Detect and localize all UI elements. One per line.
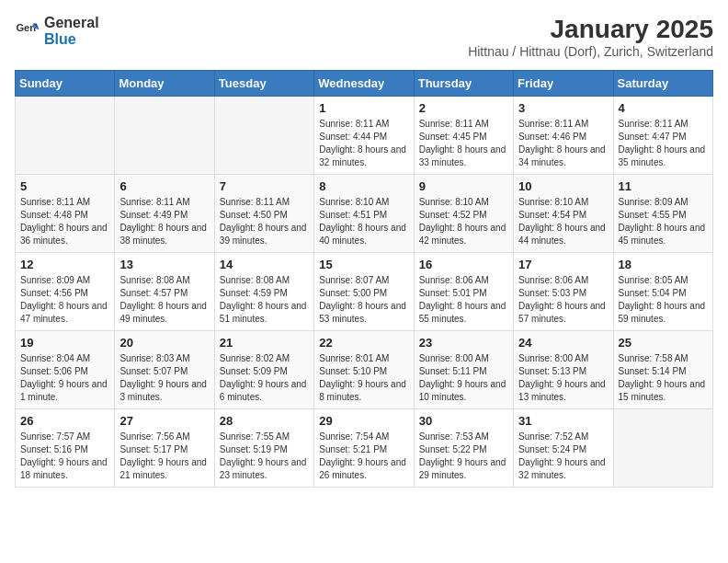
calendar-day: 17Sunrise: 8:06 AMSunset: 5:03 PMDayligh…	[514, 253, 613, 331]
calendar-day	[115, 97, 214, 175]
logo-general: General	[44, 15, 99, 30]
calendar-day: 4Sunrise: 8:11 AMSunset: 4:47 PMDaylight…	[613, 97, 712, 175]
day-number: 1	[319, 101, 408, 115]
calendar-day: 8Sunrise: 8:10 AMSunset: 4:51 PMDaylight…	[314, 175, 414, 253]
day-number: 16	[419, 258, 508, 271]
calendar-week-3: 12Sunrise: 8:09 AMSunset: 4:56 PMDayligh…	[16, 253, 713, 331]
day-number: 28	[220, 414, 309, 428]
page-header: Gen General Blue January 2025 Hittnau / …	[15, 15, 713, 59]
day-info: Sunrise: 8:08 AMSunset: 4:57 PMDaylight:…	[119, 274, 209, 326]
calendar-day: 7Sunrise: 8:11 AMSunset: 4:50 PMDaylight…	[214, 175, 313, 253]
calendar-day: 14Sunrise: 8:08 AMSunset: 4:59 PMDayligh…	[214, 253, 313, 331]
calendar-day: 31Sunrise: 7:52 AMSunset: 5:24 PMDayligh…	[514, 409, 613, 488]
logo-blue: Blue	[44, 31, 76, 47]
calendar-day: 25Sunrise: 7:58 AMSunset: 5:14 PMDayligh…	[613, 331, 712, 409]
day-number: 10	[518, 179, 608, 193]
day-info: Sunrise: 8:09 AMSunset: 4:56 PMDaylight:…	[20, 274, 109, 326]
day-info: Sunrise: 8:10 AMSunset: 4:51 PMDaylight:…	[319, 196, 408, 247]
calendar-week-2: 5Sunrise: 8:11 AMSunset: 4:48 PMDaylight…	[16, 175, 713, 253]
day-info: Sunrise: 8:11 AMSunset: 4:48 PMDaylight:…	[20, 196, 109, 247]
day-number: 15	[319, 258, 408, 271]
day-info: Sunrise: 8:06 AMSunset: 5:01 PMDaylight:…	[419, 274, 508, 326]
calendar-day: 9Sunrise: 8:10 AMSunset: 4:52 PMDaylight…	[414, 175, 513, 253]
calendar-week-1: 1Sunrise: 8:11 AMSunset: 4:44 PMDaylight…	[16, 97, 713, 175]
day-number: 9	[419, 179, 508, 193]
day-number: 30	[419, 414, 508, 428]
calendar-table: SundayMondayTuesdayWednesdayThursdayFrid…	[15, 70, 713, 488]
calendar-day: 20Sunrise: 8:03 AMSunset: 5:07 PMDayligh…	[115, 331, 214, 409]
day-number: 24	[518, 336, 608, 350]
calendar-day: 23Sunrise: 8:00 AMSunset: 5:11 PMDayligh…	[414, 331, 513, 409]
calendar-week-4: 19Sunrise: 8:04 AMSunset: 5:06 PMDayligh…	[16, 331, 713, 409]
day-info: Sunrise: 8:09 AMSunset: 4:55 PMDaylight:…	[619, 196, 708, 247]
calendar-day: 26Sunrise: 7:57 AMSunset: 5:16 PMDayligh…	[16, 409, 115, 488]
day-info: Sunrise: 8:08 AMSunset: 4:59 PMDaylight:…	[220, 274, 309, 326]
day-info: Sunrise: 8:11 AMSunset: 4:50 PMDaylight:…	[220, 196, 309, 247]
day-info: Sunrise: 8:10 AMSunset: 4:52 PMDaylight:…	[419, 196, 508, 247]
logo-icon: Gen	[15, 18, 40, 44]
day-number: 8	[319, 179, 408, 193]
day-number: 7	[220, 179, 309, 193]
calendar-day: 29Sunrise: 7:54 AMSunset: 5:21 PMDayligh…	[314, 409, 414, 488]
calendar-day: 1Sunrise: 8:11 AMSunset: 4:44 PMDaylight…	[314, 97, 414, 175]
column-header-wednesday: Wednesday	[314, 71, 414, 97]
page-subtitle: Hittnau / Hittnau (Dorf), Zurich, Switze…	[468, 44, 713, 59]
day-number: 27	[119, 414, 209, 428]
calendar-day: 12Sunrise: 8:09 AMSunset: 4:56 PMDayligh…	[16, 253, 115, 331]
column-header-sunday: Sunday	[16, 71, 115, 97]
calendar-day: 13Sunrise: 8:08 AMSunset: 4:57 PMDayligh…	[115, 253, 214, 331]
day-number: 12	[20, 258, 109, 271]
day-number: 2	[419, 101, 508, 115]
day-info: Sunrise: 8:07 AMSunset: 5:00 PMDaylight:…	[319, 274, 408, 326]
day-number: 18	[619, 258, 708, 271]
title-block: January 2025 Hittnau / Hittnau (Dorf), Z…	[468, 15, 713, 59]
day-number: 20	[119, 336, 209, 350]
day-number: 25	[619, 336, 708, 350]
day-info: Sunrise: 8:01 AMSunset: 5:10 PMDaylight:…	[319, 352, 408, 404]
calendar-day	[16, 97, 115, 175]
calendar-day: 27Sunrise: 7:56 AMSunset: 5:17 PMDayligh…	[115, 409, 214, 488]
day-number: 19	[20, 336, 109, 350]
day-info: Sunrise: 8:03 AMSunset: 5:07 PMDaylight:…	[119, 352, 209, 404]
calendar-day: 11Sunrise: 8:09 AMSunset: 4:55 PMDayligh…	[613, 175, 712, 253]
calendar-day: 2Sunrise: 8:11 AMSunset: 4:45 PMDaylight…	[414, 97, 513, 175]
day-number: 22	[319, 336, 408, 350]
day-info: Sunrise: 8:11 AMSunset: 4:44 PMDaylight:…	[319, 118, 408, 169]
calendar-header-row: SundayMondayTuesdayWednesdayThursdayFrid…	[16, 71, 713, 97]
calendar-day: 16Sunrise: 8:06 AMSunset: 5:01 PMDayligh…	[414, 253, 513, 331]
calendar-day: 21Sunrise: 8:02 AMSunset: 5:09 PMDayligh…	[214, 331, 313, 409]
calendar-day: 19Sunrise: 8:04 AMSunset: 5:06 PMDayligh…	[16, 331, 115, 409]
day-info: Sunrise: 8:04 AMSunset: 5:06 PMDaylight:…	[20, 352, 109, 404]
day-info: Sunrise: 8:11 AMSunset: 4:45 PMDaylight:…	[419, 118, 508, 169]
day-info: Sunrise: 8:00 AMSunset: 5:11 PMDaylight:…	[419, 352, 508, 404]
logo-text: General Blue	[44, 15, 99, 47]
column-header-monday: Monday	[115, 71, 214, 97]
day-info: Sunrise: 8:11 AMSunset: 4:47 PMDaylight:…	[619, 118, 708, 169]
calendar-day	[214, 97, 313, 175]
day-info: Sunrise: 8:00 AMSunset: 5:13 PMDaylight:…	[518, 352, 608, 404]
day-info: Sunrise: 7:53 AMSunset: 5:22 PMDaylight:…	[419, 431, 508, 482]
calendar-day: 28Sunrise: 7:55 AMSunset: 5:19 PMDayligh…	[214, 409, 313, 488]
calendar-day: 6Sunrise: 8:11 AMSunset: 4:49 PMDaylight…	[115, 175, 214, 253]
day-number: 17	[518, 258, 608, 271]
column-header-saturday: Saturday	[613, 71, 712, 97]
day-number: 29	[319, 414, 408, 428]
day-info: Sunrise: 8:02 AMSunset: 5:09 PMDaylight:…	[220, 352, 309, 404]
day-number: 4	[619, 101, 708, 115]
calendar-day	[613, 409, 712, 488]
day-info: Sunrise: 7:58 AMSunset: 5:14 PMDaylight:…	[619, 352, 708, 404]
day-number: 5	[20, 179, 109, 193]
day-number: 26	[20, 414, 109, 428]
day-info: Sunrise: 8:11 AMSunset: 4:46 PMDaylight:…	[518, 118, 608, 169]
calendar-day: 10Sunrise: 8:10 AMSunset: 4:54 PMDayligh…	[514, 175, 613, 253]
page-title: January 2025	[468, 15, 713, 44]
calendar-day: 5Sunrise: 8:11 AMSunset: 4:48 PMDaylight…	[16, 175, 115, 253]
day-info: Sunrise: 8:10 AMSunset: 4:54 PMDaylight:…	[518, 196, 608, 247]
day-number: 6	[119, 179, 209, 193]
calendar-day: 24Sunrise: 8:00 AMSunset: 5:13 PMDayligh…	[514, 331, 613, 409]
day-info: Sunrise: 8:05 AMSunset: 5:04 PMDaylight:…	[619, 274, 708, 326]
column-header-thursday: Thursday	[414, 71, 513, 97]
calendar-day: 22Sunrise: 8:01 AMSunset: 5:10 PMDayligh…	[314, 331, 414, 409]
column-header-friday: Friday	[514, 71, 613, 97]
logo: Gen General Blue	[15, 15, 99, 47]
